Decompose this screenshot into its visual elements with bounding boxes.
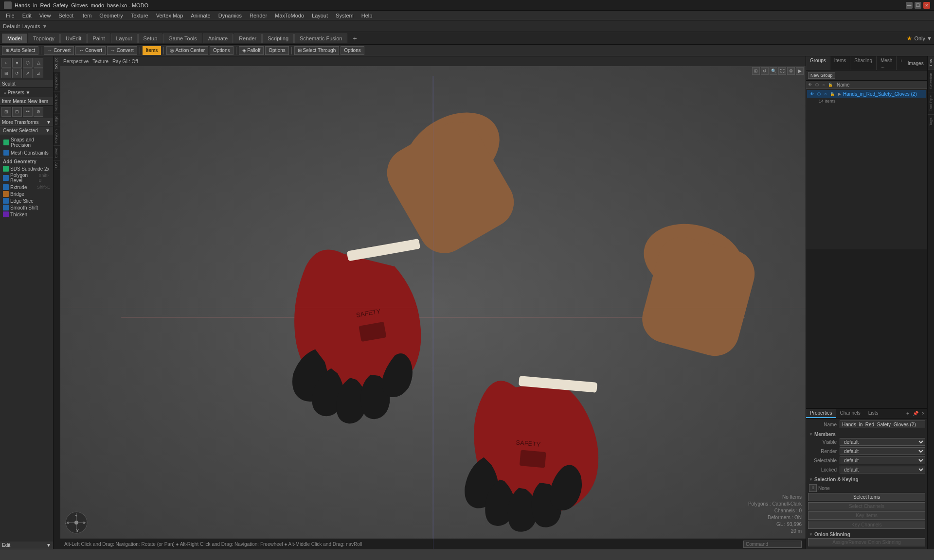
menu-geometry[interactable]: Geometry	[95, 12, 126, 19]
tab-topology[interactable]: Topology	[28, 34, 60, 43]
polygon-bevel-btn[interactable]: Polygon Bevel Shift-B	[0, 172, 53, 184]
vtab-uv[interactable]: UV	[54, 160, 60, 170]
tree-icon-1[interactable]: 👁	[807, 82, 813, 88]
texture-label[interactable]: Texture	[92, 59, 108, 64]
menu-maxtomodo[interactable]: MaxToModo	[271, 12, 308, 19]
name-value[interactable]	[840, 420, 925, 428]
props-tab-lists[interactable]: Lists	[864, 409, 882, 418]
vtab-mesh-edit[interactable]: Mesh Edit	[54, 92, 60, 114]
side-vtab-toolpipe[interactable]: Tool Pipe	[928, 92, 934, 115]
menu-texture[interactable]: Texture	[127, 12, 152, 19]
tree-eye-icon[interactable]: 👁	[809, 91, 815, 97]
center-selected-btn[interactable]: Center Selected ▼	[0, 126, 53, 135]
hex-icon-btn[interactable]: ⬡	[23, 58, 33, 68]
falloff-btn[interactable]: ◈ Falloff	[239, 46, 264, 55]
vtab-polygon[interactable]: Polygon	[54, 127, 60, 146]
selectable-dropdown[interactable]: default	[840, 456, 925, 464]
vtab-edge[interactable]: Edge	[54, 114, 60, 127]
mesh-constraints-btn[interactable]: Mesh Constraints	[2, 149, 51, 157]
tab-schematic[interactable]: Schematic Fusion	[294, 34, 347, 43]
tree-sel-icon[interactable]: ○	[823, 91, 828, 97]
side-vtab-selection[interactable]: Selection	[928, 70, 934, 92]
tree-hex-icon[interactable]: ⬡	[816, 91, 822, 97]
menu-vertexmap[interactable]: Vertex Map	[152, 12, 187, 19]
tab-animate[interactable]: Animate	[203, 34, 233, 43]
layout-dropdown-arrow[interactable]: ▼	[42, 23, 47, 29]
tab-add[interactable]: +	[348, 33, 361, 44]
options-btn-1[interactable]: Options	[210, 46, 233, 55]
convert-btn-3[interactable]: ↔ Convert	[107, 46, 137, 55]
tree-icon-3[interactable]: ○	[821, 82, 826, 88]
items-btn[interactable]: Items	[143, 46, 161, 55]
auto-select-btn[interactable]: ⊕ Auto Select	[2, 46, 38, 55]
snaps-precision-btn[interactable]: Snaps and Precision	[2, 136, 51, 149]
menu-system[interactable]: System	[332, 12, 358, 19]
select-channels-btn[interactable]: Select Channels	[808, 502, 925, 510]
vp-icon-6[interactable]: ▶	[796, 67, 804, 75]
command-input[interactable]	[743, 541, 802, 548]
tab-uvedit[interactable]: UvEdit	[60, 34, 87, 43]
visible-dropdown[interactable]: default	[840, 438, 925, 446]
menu-animate[interactable]: Animate	[187, 12, 214, 19]
tab-render[interactable]: Render	[234, 34, 262, 43]
filled-circle-icon-btn[interactable]: ●	[12, 58, 22, 68]
action-center-btn[interactable]: ◎ Action Center	[166, 46, 208, 55]
tab-gametools[interactable]: Game Tools	[163, 34, 202, 43]
thicken-btn[interactable]: Thicken	[0, 211, 53, 218]
presets-btn[interactable]: ○ Presets ▼	[2, 89, 51, 96]
rp-tab-items[interactable]: Items	[830, 56, 850, 70]
menu-dynamics[interactable]: Dynamics	[215, 12, 246, 19]
vp-icon-1[interactable]: ⊞	[752, 67, 760, 75]
images-label[interactable]: Images	[906, 61, 926, 66]
item-menu-dropdown[interactable]: Item Menu: New Item	[0, 98, 53, 105]
menu-view[interactable]: View	[36, 12, 55, 19]
viewport[interactable]: Perspective Texture Ray GL: Off ⊞ ↺ 🔍 ⛶ …	[60, 56, 806, 549]
transform-icon-1[interactable]: ⊞	[1, 107, 11, 117]
bridge-btn[interactable]: Bridge	[0, 191, 53, 197]
options-btn-3[interactable]: Options	[341, 46, 364, 55]
menu-select[interactable]: Select	[54, 12, 77, 19]
new-group-btn[interactable]: New Group	[808, 72, 835, 79]
transform-icon-3[interactable]: ☷	[23, 107, 33, 117]
more-transforms-dropdown[interactable]: More Transforms ▼	[0, 119, 53, 126]
transform-icon-4[interactable]: ⚙	[34, 107, 43, 117]
select-through-btn[interactable]: ⊞ Select Through	[294, 46, 339, 55]
convert-btn-1[interactable]: ↔ Convert	[44, 46, 74, 55]
vp-icon-3[interactable]: 🔍	[770, 67, 777, 75]
minimize-button[interactable]: —	[906, 2, 913, 9]
circle-icon-btn[interactable]: ○	[1, 58, 11, 68]
select-items-btn[interactable]: Select Items	[808, 493, 925, 501]
side-vtab-tips[interactable]: Tips	[928, 56, 934, 70]
rp-tab-shading[interactable]: Shading	[850, 56, 877, 70]
side-vtab-tags[interactable]: Tags	[928, 115, 934, 129]
smooth-shift-btn[interactable]: Smooth Shift	[0, 204, 53, 211]
tab-scripting[interactable]: Scripting	[262, 34, 294, 43]
edge-slice-btn[interactable]: Edge Slice	[0, 197, 53, 204]
extrude-btn[interactable]: Extrude Shift-E	[0, 184, 53, 191]
vtab-duplicate[interactable]: Duplicate	[54, 71, 60, 92]
convert-btn-2[interactable]: ↔ Convert	[75, 46, 106, 55]
vtab-curve[interactable]: Curve	[54, 146, 60, 160]
props-add-btn[interactable]: +	[904, 410, 912, 418]
rp-tab-mesh[interactable]: Mesh ...	[877, 56, 897, 70]
window-controls[interactable]: — ☐ ✕	[906, 2, 930, 9]
tree-toggle[interactable]: ▶	[838, 92, 841, 96]
locked-dropdown[interactable]: default	[840, 466, 925, 473]
menu-layout[interactable]: Layout	[308, 12, 332, 19]
options-btn-2[interactable]: Options	[265, 46, 288, 55]
props-tab-properties[interactable]: Properties	[806, 409, 836, 418]
vp-icon-4[interactable]: ⛶	[778, 67, 786, 75]
sds-subdivide-btn[interactable]: SDS Subdivide 2x	[0, 165, 53, 172]
tree-lock-icon[interactable]: 🔒	[829, 91, 835, 97]
tree-item-gloves[interactable]: 👁 ⬡ ○ 🔒 ▶ Hands_in_Red_Safety_Gloves (2)	[807, 90, 926, 98]
triangle-icon-btn[interactable]: △	[34, 58, 43, 68]
corner-icon-btn[interactable]: ⊿	[34, 69, 43, 78]
tab-setup[interactable]: Setup	[138, 34, 163, 43]
close-button[interactable]: ✕	[923, 2, 930, 9]
tab-paint[interactable]: Paint	[87, 34, 110, 43]
tree-icon-4[interactable]: 🔒	[827, 82, 833, 88]
raygl-label[interactable]: Ray GL: Off	[112, 59, 138, 64]
props-expand-btn[interactable]: ×	[919, 410, 927, 418]
vtab-sculpt[interactable]: Sculpt	[54, 56, 60, 71]
props-tab-channels[interactable]: Channels	[836, 409, 864, 418]
